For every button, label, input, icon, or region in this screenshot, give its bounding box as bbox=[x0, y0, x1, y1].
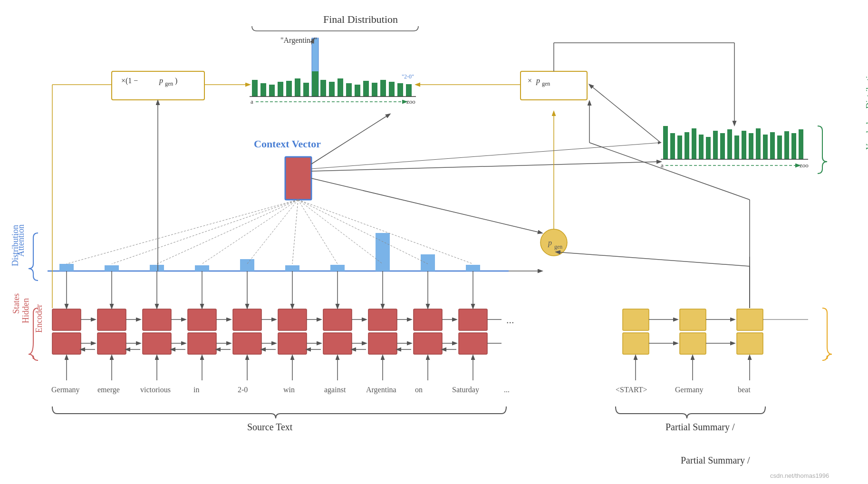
word-saturday: Saturday bbox=[452, 386, 479, 394]
final-bar-7 bbox=[303, 83, 309, 97]
final-bar-6 bbox=[295, 78, 300, 97]
attn-bar-2 bbox=[105, 265, 119, 271]
decoder-box-2b bbox=[680, 333, 706, 354]
final-bar-18 bbox=[406, 84, 412, 97]
attn-bar-10 bbox=[466, 265, 480, 271]
final-bar-2 bbox=[260, 83, 266, 97]
final-bar-3 bbox=[269, 85, 275, 97]
encoder-box-8b bbox=[368, 333, 397, 354]
p-gen-label: p bbox=[548, 239, 552, 247]
word-ellipsis: ... bbox=[504, 386, 510, 394]
encoder-box-5 bbox=[233, 309, 261, 330]
final-zoo-label: zoo bbox=[406, 98, 415, 105]
encoder-box-9b bbox=[414, 333, 442, 354]
final-bar-9 bbox=[329, 82, 335, 97]
encoder-box-3b bbox=[143, 333, 171, 354]
vocab-a-label: a bbox=[661, 162, 664, 169]
encoder-hidden-states-label: Encoder bbox=[34, 304, 44, 333]
final-bar-5 bbox=[286, 81, 292, 97]
decoder-box-1 bbox=[623, 309, 649, 330]
svg-text:): ) bbox=[175, 77, 177, 85]
vocab-bar-1 bbox=[663, 126, 668, 159]
vocab-bar-17 bbox=[777, 136, 782, 159]
final-bar-17 bbox=[397, 83, 403, 97]
decoder-box-3 bbox=[737, 309, 763, 330]
encoder-box-10b bbox=[459, 333, 487, 354]
attn-bar-5 bbox=[240, 259, 254, 271]
decoder-word-germany: Germany bbox=[675, 386, 704, 394]
attn-bar-8-tall bbox=[376, 233, 390, 271]
final-a-label: a bbox=[251, 98, 253, 105]
final-bar-10 bbox=[338, 78, 343, 97]
final-bar-4 bbox=[278, 82, 283, 97]
decoder-box-3b bbox=[737, 333, 763, 354]
encoder-box-2 bbox=[97, 309, 126, 330]
partial-summary-label: Partial Summary / bbox=[665, 422, 735, 433]
ellipsis: ... bbox=[506, 314, 514, 326]
p-gen-circle bbox=[540, 229, 567, 256]
attn-bar-3 bbox=[150, 265, 164, 271]
vocab-bar-5 bbox=[692, 128, 696, 159]
word-emerge: emerge bbox=[97, 386, 120, 394]
vocab-zoo-label: zoo bbox=[800, 162, 809, 169]
vocab-bar-2 bbox=[670, 133, 675, 159]
vocab-bar-3 bbox=[677, 136, 682, 159]
encoder-box-10 bbox=[459, 309, 487, 330]
context-vector-box bbox=[285, 157, 311, 200]
encoder-box-6 bbox=[278, 309, 307, 330]
vocab-bar-4 bbox=[685, 132, 689, 159]
word-in: in bbox=[193, 386, 199, 394]
attn-bar-4 bbox=[195, 265, 209, 271]
svg-text:p: p bbox=[159, 77, 163, 85]
decoder-box-2 bbox=[680, 309, 706, 330]
encoder-box-7 bbox=[323, 309, 352, 330]
word-germany: Germany bbox=[51, 386, 80, 394]
decoder-word-start: <START> bbox=[616, 386, 647, 394]
attn-bar-9 bbox=[421, 254, 435, 271]
final-2-0-label: "2-0" bbox=[402, 73, 414, 80]
encoder-box-6b bbox=[278, 333, 307, 354]
encoder-box-4b bbox=[188, 333, 216, 354]
encoder-box-8 bbox=[368, 309, 397, 330]
final-bar-11 bbox=[346, 83, 352, 97]
final-bar-16 bbox=[389, 82, 395, 97]
word-2-0: 2-0 bbox=[238, 386, 248, 394]
final-bar-14 bbox=[372, 83, 377, 97]
encoder-box-5b bbox=[233, 333, 261, 354]
context-vector-label: Context Vector bbox=[254, 138, 321, 150]
p-gen-sub: gen bbox=[554, 243, 562, 250]
word-on: on bbox=[415, 386, 423, 394]
vocab-bar-8 bbox=[713, 131, 718, 159]
partial-summary-text: Partial Summary / bbox=[681, 455, 750, 466]
encoder-box-4 bbox=[188, 309, 216, 330]
vocab-bar-18 bbox=[784, 131, 789, 159]
vocab-bar-16 bbox=[770, 132, 775, 159]
final-bar-1 bbox=[252, 80, 258, 97]
encoder-box-9 bbox=[414, 309, 442, 330]
word-against: against bbox=[324, 386, 346, 394]
final-bar-12 bbox=[355, 85, 360, 97]
encoder-box-3 bbox=[143, 309, 171, 330]
final-bar-13 bbox=[363, 81, 369, 97]
vocab-bar-20 bbox=[799, 129, 803, 159]
final-bar-8 bbox=[320, 80, 326, 97]
svg-text:gen: gen bbox=[542, 80, 550, 87]
vocab-bar-12 bbox=[742, 131, 746, 159]
attn-bar-1 bbox=[59, 264, 74, 271]
svg-text:gen: gen bbox=[165, 80, 173, 87]
attn-bar-7 bbox=[330, 265, 345, 271]
decoder-box-1b bbox=[623, 333, 649, 354]
vocab-bar-6 bbox=[699, 135, 704, 159]
times-pgen-text: × bbox=[528, 77, 532, 85]
encoder-hidden-states-label2: Hidden bbox=[21, 298, 30, 323]
times-1-pgen-text: ×(1 − bbox=[121, 77, 138, 85]
final-bar-15 bbox=[380, 80, 386, 97]
encoder-hidden-states-label3: States bbox=[11, 293, 21, 314]
encoder-box-7b bbox=[323, 333, 352, 354]
vocab-bar-9 bbox=[720, 133, 725, 159]
vocab-bar-15 bbox=[763, 135, 768, 159]
encoder-box-1b bbox=[52, 333, 81, 354]
vocab-bar-14 bbox=[756, 128, 761, 159]
final-distribution-label: Final Distribution bbox=[323, 13, 398, 25]
watermark: csdn.net/thomas1996 bbox=[770, 472, 829, 479]
